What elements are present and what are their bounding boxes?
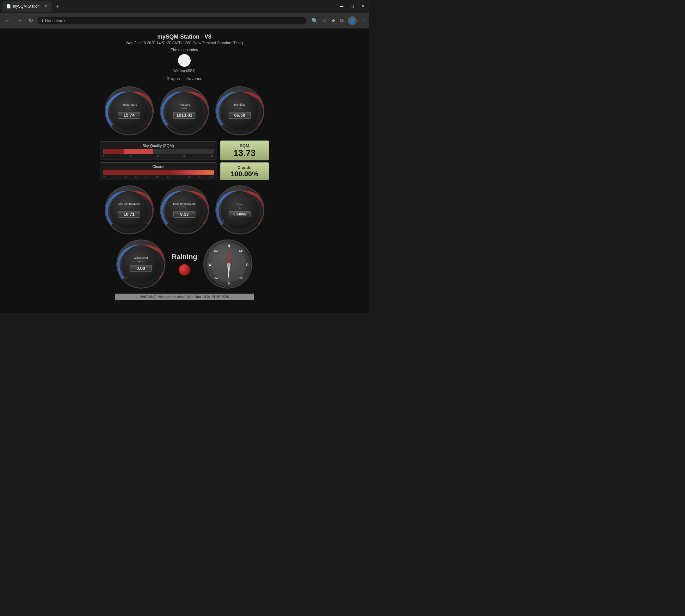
svg-text:NW: NW bbox=[214, 250, 219, 252]
warning-bar: WARNING. No updated since: Wed Jun 10 04… bbox=[115, 293, 254, 300]
lux-gauge-inner: Luxlx 0.34865 bbox=[221, 191, 259, 229]
temperature-label: Temperature°C bbox=[121, 103, 137, 110]
advance-link[interactable]: Advance bbox=[186, 76, 202, 81]
humidity-gauge-inner: Humidity% 66.50 bbox=[221, 92, 259, 130]
moon-phase-icon bbox=[178, 54, 191, 67]
gauge-row-1: Temperature°C 15.74 PressuremBar bbox=[0, 86, 369, 135]
sqm-meter-row: Sky Quality (SQM) 510152025 SQM 13.73 bbox=[0, 140, 369, 160]
humidity-value: 66.50 bbox=[229, 112, 251, 119]
sky-temp-label: Sky Temperature°C bbox=[118, 202, 140, 209]
humidity-gauge: Humidity% 66.50 bbox=[215, 86, 265, 135]
humidity-label: Humidity% bbox=[234, 103, 245, 110]
dew-temp-value: 9.53 bbox=[173, 211, 196, 218]
clouds-meter-row: Clouds ● %102030405060708090100 Clouds 1… bbox=[0, 162, 369, 180]
profile-avatar[interactable]: 👤 bbox=[348, 16, 357, 25]
lux-label: Luxlx bbox=[237, 203, 242, 210]
clouds-value: 100.00% bbox=[231, 171, 258, 177]
raining-indicator bbox=[179, 264, 190, 276]
compass-gauge: N S E W NE NW SE SW bbox=[203, 240, 252, 289]
svg-point-31 bbox=[227, 263, 231, 267]
sqm-label: SQM bbox=[240, 143, 249, 148]
page-datetime: Wed Jun 10 2020 14:51:20 GMT+1200 (New Z… bbox=[0, 41, 369, 45]
sqm-bar-fill bbox=[103, 149, 153, 154]
pressure-gauge: PressuremBar 1013.83 bbox=[160, 86, 209, 135]
temperature-gauge-inner: Temperature°C 15.74 bbox=[110, 92, 148, 130]
back-button[interactable]: ← bbox=[2, 16, 12, 25]
lux-value: 0.34865 bbox=[229, 211, 251, 217]
window-controls: ─ □ ✕ bbox=[339, 2, 366, 10]
windspeed-gauge: Windspeedkm/h 0.00 bbox=[116, 240, 165, 289]
security-label: Not secure bbox=[45, 18, 65, 23]
temperature-value: 15.74 bbox=[118, 112, 140, 119]
nav-bar: ← → ↻ ℹ Not secure 🔍 ☆ ★ ⧉ 👤 ⋯ bbox=[0, 13, 369, 28]
windspeed-gauge-inner: Windspeedkm/h 0.00 bbox=[122, 245, 160, 283]
clouds-bar-bg: ● bbox=[103, 170, 214, 175]
moon-phase-desc: Waning (80%) bbox=[0, 69, 369, 72]
graphs-link[interactable]: Graphs bbox=[166, 76, 180, 81]
svg-text:SW: SW bbox=[214, 277, 219, 280]
address-bar[interactable]: ℹ Not secure bbox=[38, 17, 306, 24]
clouds-value-box: Clouds 100.00% bbox=[220, 162, 269, 180]
url-input[interactable] bbox=[67, 18, 303, 23]
raining-section: Raining bbox=[172, 253, 197, 276]
tab-icon: 📄 bbox=[6, 4, 11, 8]
title-bar: 📄 mySQM Station ✕ ＋ ─ □ ✕ bbox=[0, 0, 369, 13]
svg-text:SE: SE bbox=[239, 277, 243, 280]
temperature-gauge: Temperature°C 15.74 bbox=[105, 86, 154, 135]
sqm-title: Sky Quality (SQM) bbox=[103, 144, 214, 148]
clouds-label: Clouds bbox=[237, 165, 251, 170]
moon-today-label: The moon today bbox=[0, 48, 369, 52]
svg-text:NE: NE bbox=[239, 250, 243, 252]
search-icon[interactable]: 🔍 bbox=[312, 18, 318, 24]
sky-temp-gauge: Sky Temperature°C 10.71 bbox=[105, 185, 154, 235]
nav-icons: 🔍 ☆ ★ ⧉ 👤 ⋯ bbox=[312, 16, 366, 25]
pressure-value: 1013.83 bbox=[173, 112, 196, 119]
collections-icon[interactable]: ★ bbox=[331, 18, 336, 24]
page-title: mySQM Station - V8 bbox=[0, 34, 369, 40]
sqm-meter-bar: Sky Quality (SQM) 510152025 bbox=[100, 141, 217, 159]
clouds-title: Clouds bbox=[103, 164, 214, 169]
maximize-button[interactable]: □ bbox=[350, 2, 355, 10]
forward-button[interactable]: → bbox=[15, 16, 24, 25]
bottom-row: Windspeedkm/h 0.00 Raining N S E bbox=[0, 240, 369, 289]
lux-gauge: Luxlx 0.34865 bbox=[215, 185, 265, 235]
favorites-icon[interactable]: ☆ bbox=[322, 18, 327, 24]
sqm-value-box: SQM 13.73 bbox=[220, 140, 269, 160]
sky-temp-gauge-inner: Sky Temperature°C 10.71 bbox=[110, 191, 148, 229]
raining-label: Raining bbox=[172, 253, 197, 261]
minimize-button[interactable]: ─ bbox=[339, 2, 345, 10]
clouds-meter-bar: Clouds ● %102030405060708090100 bbox=[100, 162, 217, 180]
sqm-scale: 510152025 bbox=[103, 154, 214, 157]
sqm-value: 13.73 bbox=[233, 149, 255, 158]
tabs-icon[interactable]: ⧉ bbox=[340, 18, 343, 23]
clouds-bar-fill bbox=[103, 170, 214, 175]
tab-close-button[interactable]: ✕ bbox=[44, 4, 48, 9]
windspeed-value: 0.00 bbox=[130, 265, 152, 272]
windspeed-label: Windspeedkm/h bbox=[134, 256, 148, 263]
close-button[interactable]: ✕ bbox=[360, 2, 366, 10]
menu-icon[interactable]: ⋯ bbox=[361, 18, 366, 24]
tab-title: mySQM Station bbox=[13, 4, 40, 8]
new-tab-button[interactable]: ＋ bbox=[54, 2, 61, 11]
pressure-gauge-inner: PressuremBar 1013.83 bbox=[165, 92, 203, 130]
sky-temp-value: 10.71 bbox=[118, 211, 140, 218]
browser-chrome: 📄 mySQM Station ✕ ＋ ─ □ ✕ ← → ↻ ℹ Not se… bbox=[0, 0, 369, 28]
page-content: mySQM Station - V8 Wed Jun 10 2020 14:51… bbox=[0, 28, 369, 313]
pressure-label: PressuremBar bbox=[179, 103, 190, 110]
security-icon: ℹ bbox=[41, 18, 43, 23]
dew-temp-label: Dew Temperature°C bbox=[173, 202, 196, 209]
browser-tab[interactable]: 📄 mySQM Station ✕ bbox=[2, 1, 51, 12]
dew-temp-gauge: Dew Temperature°C 9.53 bbox=[160, 185, 209, 235]
dew-temp-gauge-inner: Dew Temperature°C 9.53 bbox=[165, 191, 203, 229]
clouds-scale: %102030405060708090100 bbox=[103, 175, 214, 178]
refresh-button[interactable]: ↻ bbox=[27, 16, 35, 25]
nav-links: Graphs Advance bbox=[0, 75, 369, 81]
gauge-row-2: Sky Temperature°C 10.71 Dew Temperature°… bbox=[0, 185, 369, 235]
warning-text: WARNING. No updated since: Wed Jun 10 04… bbox=[140, 295, 229, 299]
sqm-bar-bg bbox=[103, 149, 214, 154]
